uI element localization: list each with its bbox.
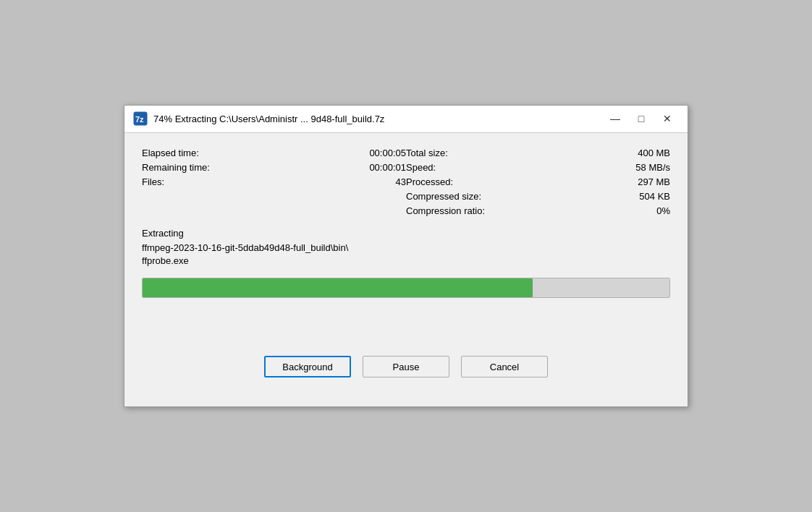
file-name-text: ffprobe.exe bbox=[142, 255, 189, 266]
background-button[interactable]: Background bbox=[264, 356, 351, 377]
file-path-text: ffmpeg-2023-10-16-git-5ddab49d48-full_bu… bbox=[142, 242, 348, 253]
progress-section bbox=[142, 278, 670, 298]
stat-row-processed: Processed: 297 MB bbox=[406, 176, 670, 187]
stats-left: Elapsed time: 00:00:05 Remaining time: 0… bbox=[142, 148, 406, 216]
title-bar-left: 7z 74% Extracting C:\Users\Administr ...… bbox=[133, 111, 384, 126]
main-window: 7z 74% Extracting C:\Users\Administr ...… bbox=[124, 105, 688, 407]
spacer bbox=[142, 312, 670, 356]
action-label: Extracting bbox=[142, 228, 670, 239]
buttons-section: Background Pause Cancel bbox=[142, 356, 670, 392]
svg-text:7z: 7z bbox=[135, 115, 144, 124]
files-value: 43 bbox=[348, 176, 406, 187]
total-size-label: Total size: bbox=[406, 148, 478, 158]
cancel-button[interactable]: Cancel bbox=[461, 356, 548, 377]
minimize-button[interactable]: — bbox=[604, 109, 627, 128]
stat-row-remaining: Remaining time: 00:00:01 bbox=[142, 162, 406, 173]
files-label: Files: bbox=[142, 176, 214, 187]
title-bar: 7z 74% Extracting C:\Users\Administr ...… bbox=[124, 106, 688, 133]
stat-row-elapsed: Elapsed time: 00:00:05 bbox=[142, 148, 406, 158]
elapsed-value: 00:00:05 bbox=[348, 148, 406, 158]
total-size-value: 400 MB bbox=[612, 148, 670, 158]
close-button[interactable]: ✕ bbox=[656, 109, 679, 128]
pause-button[interactable]: Pause bbox=[363, 356, 449, 377]
stat-row-speed: Speed: 58 MB/s bbox=[406, 162, 670, 173]
file-path: ffmpeg-2023-10-16-git-5ddab49d48-full_bu… bbox=[142, 242, 670, 268]
processed-label: Processed: bbox=[406, 176, 478, 187]
speed-label: Speed: bbox=[406, 162, 478, 173]
elapsed-label: Elapsed time: bbox=[142, 148, 214, 158]
content-area: Elapsed time: 00:00:05 Remaining time: 0… bbox=[124, 133, 688, 406]
remaining-label: Remaining time: bbox=[142, 162, 214, 173]
stat-row-ratio: Compression ratio: 0% bbox=[406, 205, 670, 216]
speed-value: 58 MB/s bbox=[612, 162, 670, 173]
stats-section: Elapsed time: 00:00:05 Remaining time: 0… bbox=[142, 148, 670, 216]
current-file-section: Extracting ffmpeg-2023-10-16-git-5ddab49… bbox=[142, 228, 670, 268]
compressed-value: 504 KB bbox=[612, 191, 670, 202]
maximize-button[interactable]: □ bbox=[630, 109, 653, 128]
processed-value: 297 MB bbox=[612, 176, 670, 187]
compressed-label: Compressed size: bbox=[406, 191, 481, 202]
progress-bar-fill bbox=[143, 278, 533, 297]
app-icon: 7z bbox=[133, 111, 148, 126]
window-title: 74% Extracting C:\Users\Administr ... 9d… bbox=[153, 114, 384, 124]
stat-row-total-size: Total size: 400 MB bbox=[406, 148, 670, 158]
ratio-value: 0% bbox=[612, 205, 670, 216]
ratio-label: Compression ratio: bbox=[406, 205, 485, 216]
progress-bar-container bbox=[142, 278, 670, 298]
title-bar-controls: — □ ✕ bbox=[604, 109, 679, 128]
stat-row-files: Files: 43 bbox=[142, 176, 406, 187]
remaining-value: 00:00:01 bbox=[348, 162, 406, 173]
stat-row-compressed: Compressed size: 504 KB bbox=[406, 191, 670, 202]
stats-right: Total size: 400 MB Speed: 58 MB/s Proces… bbox=[406, 148, 670, 216]
